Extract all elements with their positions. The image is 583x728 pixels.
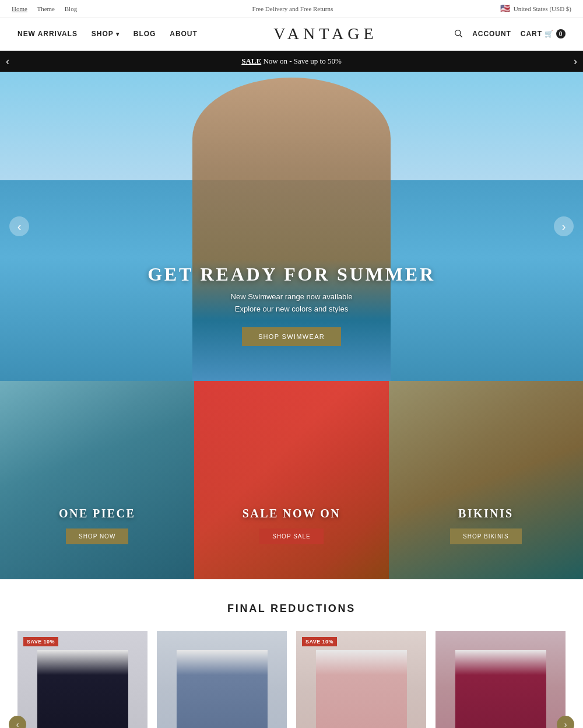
product-bodysuit-image bbox=[315, 650, 406, 728]
product-card[interactable] bbox=[157, 631, 287, 728]
category-sale-title: SALE NOW ON bbox=[204, 507, 379, 520]
category-grid: ONE PIECE SHOP NOW SALE NOW ON SHOP SALE… bbox=[0, 381, 583, 579]
product-card[interactable]: SAVE 10% bbox=[296, 631, 426, 728]
region-selector[interactable]: 🇺🇸 United States (USD $) bbox=[500, 4, 571, 13]
hero-prev-button[interactable]: ‹ bbox=[9, 216, 29, 236]
category-one-piece: ONE PIECE SHOP NOW bbox=[0, 381, 194, 579]
main-navigation: NEW ARRIVALS SHOP ▾ BLOG ABOUT VANTAGE A… bbox=[0, 18, 583, 51]
products-carousel: ‹ SAVE 10% SAVE 10% bbox=[17, 631, 566, 728]
announcement-text: Now on - Save up to 50% bbox=[263, 57, 341, 65]
product-card[interactable]: SAVE 10% bbox=[17, 631, 147, 728]
flag-icon: 🇺🇸 bbox=[500, 4, 510, 13]
announcement-next-button[interactable]: › bbox=[574, 55, 577, 68]
region-label: United States (USD $) bbox=[514, 5, 571, 12]
hero-subtitle: New Swimwear range now available Explore… bbox=[147, 291, 436, 316]
category-one-piece-content: ONE PIECE SHOP NOW bbox=[10, 507, 185, 544]
search-icon[interactable] bbox=[454, 29, 463, 40]
sale-label: SALE bbox=[241, 57, 261, 65]
save-badge: SAVE 10% bbox=[302, 637, 337, 646]
free-delivery-text: Free Delivery and Free Returns bbox=[252, 5, 333, 12]
nav-links-left: NEW ARRIVALS SHOP ▾ BLOG ABOUT bbox=[17, 30, 198, 38]
nav-about[interactable]: ABOUT bbox=[170, 30, 197, 38]
category-one-piece-title: ONE PIECE bbox=[10, 507, 185, 520]
carousel-next-button[interactable]: › bbox=[557, 716, 574, 728]
account-link[interactable]: ACCOUNT bbox=[472, 30, 511, 38]
product-image bbox=[436, 631, 566, 728]
nav-actions: ACCOUNT CART 🛒 0 bbox=[454, 29, 566, 40]
cart-count: 0 bbox=[556, 29, 566, 38]
category-bikinis-button[interactable]: SHOP BIKINIS bbox=[450, 528, 522, 544]
category-sale: SALE NOW ON SHOP SALE bbox=[194, 381, 388, 579]
category-bikinis-content: BIKINIS SHOP BIKINIS bbox=[398, 507, 573, 544]
breadcrumb-theme[interactable]: Theme bbox=[37, 5, 55, 12]
cart-badge: CART 🛒 0 bbox=[521, 29, 566, 38]
hero-content: GET READY FOR SUMMER New Swimwear range … bbox=[147, 264, 436, 381]
announcement-bar: ‹ SALE Now on - Save up to 50% › bbox=[0, 51, 583, 72]
nav-shop[interactable]: SHOP ▾ bbox=[92, 30, 120, 38]
breadcrumb-home[interactable]: Home bbox=[12, 5, 27, 12]
products-grid: SAVE 10% SAVE 10% bbox=[17, 631, 566, 728]
hero-next-button[interactable]: › bbox=[554, 216, 574, 236]
final-reductions-title: FINAL REDUCTIONS bbox=[17, 603, 566, 615]
product-bodysuit-image bbox=[37, 650, 128, 728]
cart-icon: 🛒 bbox=[545, 30, 554, 38]
product-image bbox=[157, 631, 287, 728]
announcement-prev-button[interactable]: ‹ bbox=[6, 55, 9, 68]
product-bodysuit-image bbox=[455, 650, 546, 728]
brand-logo[interactable]: VANTAGE bbox=[273, 24, 377, 43]
svg-point-0 bbox=[455, 30, 461, 35]
product-bodysuit-image bbox=[176, 650, 267, 728]
cart-link[interactable]: CART 🛒 0 bbox=[521, 29, 566, 38]
final-reductions-section: FINAL REDUCTIONS ‹ SAVE 10% bbox=[0, 579, 583, 728]
nav-blog[interactable]: BLOG bbox=[134, 30, 156, 38]
hero-title: GET READY FOR SUMMER bbox=[147, 264, 436, 285]
product-card[interactable] bbox=[436, 631, 566, 728]
nav-new-arrivals[interactable]: NEW ARRIVALS bbox=[17, 30, 78, 38]
svg-line-1 bbox=[460, 35, 462, 37]
category-bikinis-title: BIKINIS bbox=[398, 507, 573, 520]
utility-bar: Home Theme Blog Free Delivery and Free R… bbox=[0, 0, 583, 18]
hero-section: ‹ GET READY FOR SUMMER New Swimwear rang… bbox=[0, 72, 583, 381]
category-one-piece-button[interactable]: SHOP NOW bbox=[66, 528, 128, 544]
category-sale-button[interactable]: SHOP SALE bbox=[259, 528, 324, 544]
category-bikinis: BIKINIS SHOP BIKINIS bbox=[389, 381, 583, 579]
save-badge: SAVE 10% bbox=[23, 637, 58, 646]
breadcrumb-links: Home Theme Blog bbox=[12, 5, 85, 12]
breadcrumb-blog[interactable]: Blog bbox=[65, 5, 77, 12]
hero-cta-button[interactable]: SHOP SWIMWEAR bbox=[242, 327, 341, 346]
chevron-down-icon: ▾ bbox=[116, 31, 120, 37]
category-sale-content: SALE NOW ON SHOP SALE bbox=[204, 507, 379, 544]
